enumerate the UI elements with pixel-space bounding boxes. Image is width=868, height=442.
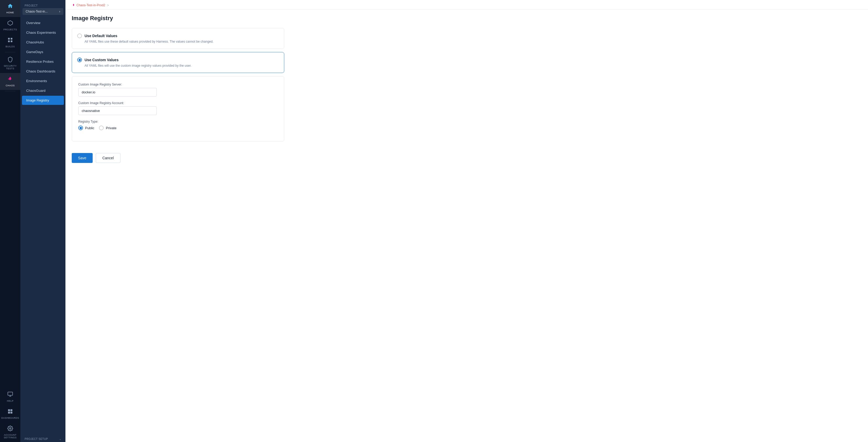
breadcrumb: Chaos-Test-in-Prod2 > bbox=[65, 0, 868, 10]
sidebar-item-chaos-experiments-label: Chaos Experiments bbox=[26, 31, 56, 35]
svg-marker-0 bbox=[8, 21, 12, 25]
sidebar-project-label: Project bbox=[21, 0, 65, 8]
breadcrumb-separator: > bbox=[107, 3, 109, 7]
nav-home-label: Home bbox=[6, 11, 14, 14]
svg-rect-3 bbox=[8, 40, 10, 42]
use-custom-values-desc: All YAML files will use the custom image… bbox=[85, 64, 279, 67]
project-chevron-icon: › bbox=[59, 10, 60, 13]
custom-values-section: Custom Image Registry Server: Custom Ima… bbox=[72, 76, 284, 141]
sidebar-project-setup-section[interactable]: PROJECT SETUP ⌄ bbox=[21, 433, 65, 442]
account-input[interactable] bbox=[78, 106, 157, 115]
page-title: Image Registry bbox=[72, 15, 862, 22]
nav-security-tests[interactable]: Security Tests bbox=[0, 53, 21, 73]
account-settings-icon bbox=[7, 426, 13, 433]
registry-type-public[interactable]: Public bbox=[78, 126, 94, 130]
svg-rect-6 bbox=[8, 409, 10, 411]
svg-rect-8 bbox=[8, 412, 10, 413]
builds-icon bbox=[7, 37, 13, 44]
sidebar-project-selector[interactable]: Chaos-Test-in... › bbox=[23, 8, 63, 15]
sidebar-item-resilience-probes-label: Resilience Probes bbox=[26, 60, 54, 64]
nav-account-settings-label: ACCOUNT SETTINGS bbox=[2, 434, 18, 439]
sidebar-item-overview-label: Overview bbox=[26, 21, 40, 25]
nav-dashboards[interactable]: DASHBOARDS bbox=[0, 405, 21, 422]
nav-projects-label: Projects bbox=[3, 28, 17, 31]
sidebar-item-image-registry-label: Image Registry bbox=[26, 98, 49, 102]
sidebar-item-resilience-probes[interactable]: Resilience Probes bbox=[22, 57, 64, 66]
sidebar-item-chaos-dashboards-label: Chaos Dashboards bbox=[26, 69, 55, 73]
registry-type-label: Registry Type: bbox=[78, 120, 278, 124]
nav-security-tests-label: Security Tests bbox=[2, 65, 18, 70]
svg-rect-7 bbox=[10, 409, 12, 411]
use-custom-values-title: Use Custom Values bbox=[85, 58, 119, 62]
sidebar-item-overview[interactable]: Overview bbox=[22, 18, 64, 28]
svg-rect-2 bbox=[11, 38, 12, 39]
use-custom-values-radio[interactable] bbox=[77, 58, 82, 62]
nav-home[interactable]: Home bbox=[0, 0, 21, 17]
svg-rect-5 bbox=[8, 392, 12, 396]
use-default-values-radio[interactable] bbox=[77, 33, 82, 38]
registry-type-form-group: Registry Type: Public Private bbox=[78, 120, 278, 130]
svg-rect-9 bbox=[10, 412, 12, 413]
security-tests-icon bbox=[7, 57, 13, 64]
help-icon bbox=[7, 392, 13, 399]
sidebar-item-image-registry[interactable]: Image Registry bbox=[22, 96, 64, 105]
server-input[interactable] bbox=[78, 88, 157, 97]
use-custom-values-card[interactable]: Use Custom Values All YAML files will us… bbox=[72, 52, 284, 73]
nav-chaos-label: Chaos bbox=[6, 84, 15, 87]
public-radio[interactable] bbox=[78, 126, 83, 130]
sidebar: Project Chaos-Test-in... › Overview Chao… bbox=[21, 0, 65, 442]
main-content: Chaos-Test-in-Prod2 > Image Registry Use… bbox=[65, 0, 868, 442]
use-custom-values-header: Use Custom Values bbox=[77, 58, 279, 62]
sidebar-item-gamedays[interactable]: GameDays bbox=[22, 47, 64, 57]
nav-divider-2 bbox=[5, 91, 16, 91]
chaos-breadcrumb-icon bbox=[72, 3, 75, 7]
nav-help-label: Help bbox=[7, 400, 13, 402]
projects-icon bbox=[7, 20, 13, 27]
private-label: Private bbox=[106, 126, 116, 130]
save-button[interactable]: Save bbox=[72, 153, 93, 163]
svg-rect-1 bbox=[8, 38, 10, 39]
project-name: Chaos-Test-in... bbox=[26, 10, 48, 13]
server-form-group: Custom Image Registry Server: bbox=[78, 83, 278, 97]
home-icon bbox=[7, 3, 13, 10]
svg-rect-4 bbox=[11, 40, 12, 42]
nav-bottom-section: Help DASHBOARDS ACCOUNT SETTINGS bbox=[0, 388, 21, 442]
nav-dashboards-label: DASHBOARDS bbox=[1, 417, 19, 419]
breadcrumb-project-link[interactable]: Chaos-Test-in-Prod2 bbox=[72, 3, 105, 7]
sidebar-item-environments[interactable]: Environments bbox=[22, 76, 64, 86]
project-setup-label: PROJECT SETUP bbox=[25, 438, 48, 440]
use-default-values-header: Use Default Values bbox=[77, 33, 279, 38]
use-default-values-desc: All YAML files use these default values … bbox=[85, 40, 279, 43]
nav-help[interactable]: Help bbox=[0, 388, 21, 405]
sidebar-item-chaosguard[interactable]: ChaosGuard bbox=[22, 86, 64, 95]
breadcrumb-project-name: Chaos-Test-in-Prod2 bbox=[76, 3, 105, 7]
sidebar-spacer bbox=[21, 105, 65, 433]
sidebar-item-chaosnubs-label: ChaosHubs bbox=[26, 40, 44, 44]
action-buttons: Save Cancel bbox=[65, 153, 868, 169]
nav-projects[interactable]: Projects bbox=[0, 17, 21, 34]
sidebar-item-gamedays-label: GameDays bbox=[26, 50, 43, 54]
nav-builds[interactable]: Builds bbox=[0, 34, 21, 51]
registry-type-private[interactable]: Private bbox=[99, 126, 116, 130]
use-default-values-card[interactable]: Use Default Values All YAML files use th… bbox=[72, 28, 284, 49]
sidebar-item-chaosguard-label: ChaosGuard bbox=[26, 89, 45, 93]
chaos-icon bbox=[7, 76, 13, 83]
sidebar-item-chaos-dashboards[interactable]: Chaos Dashboards bbox=[22, 67, 64, 76]
nav-chaos[interactable]: Chaos bbox=[0, 73, 21, 90]
server-label: Custom Image Registry Server: bbox=[78, 83, 278, 86]
nav-builds-label: Builds bbox=[5, 45, 15, 48]
sidebar-item-chaos-experiments[interactable]: Chaos Experiments bbox=[22, 28, 64, 37]
account-label: Custom Image Registry Account: bbox=[78, 101, 278, 105]
project-setup-chevron-icon: ⌄ bbox=[59, 438, 62, 440]
svg-point-10 bbox=[9, 428, 11, 429]
cancel-button[interactable]: Cancel bbox=[96, 153, 120, 163]
private-radio[interactable] bbox=[99, 126, 104, 130]
dashboards-icon bbox=[7, 409, 13, 416]
sidebar-item-environments-label: Environments bbox=[26, 79, 47, 83]
registry-type-options: Public Private bbox=[78, 126, 278, 130]
icon-nav: Home Projects Builds Security Tests bbox=[0, 0, 21, 442]
content-area: Use Default Values All YAML files use th… bbox=[65, 25, 290, 153]
use-default-values-title: Use Default Values bbox=[85, 34, 117, 38]
sidebar-item-chaosnubs[interactable]: ChaosHubs bbox=[22, 38, 64, 47]
nav-account-settings[interactable]: ACCOUNT SETTINGS bbox=[0, 422, 21, 442]
